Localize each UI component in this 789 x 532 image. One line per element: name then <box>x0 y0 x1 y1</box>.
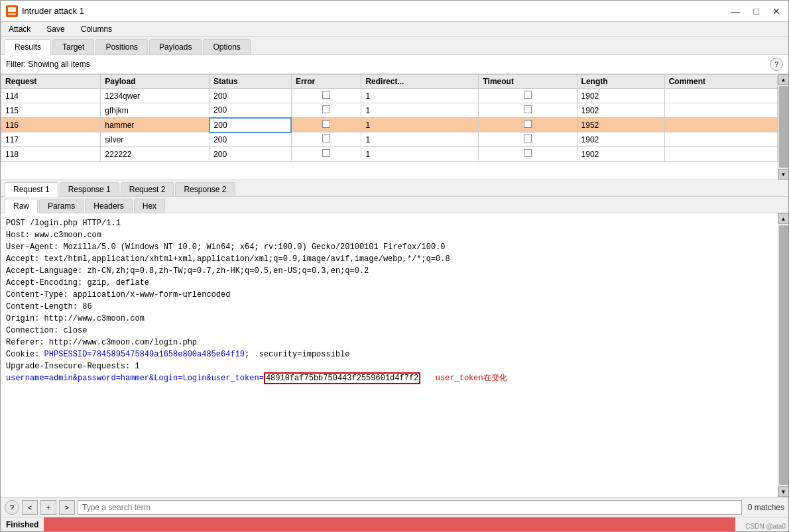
minimize-button[interactable]: — <box>729 6 743 17</box>
matches-label: 0 matches <box>745 503 784 512</box>
request-line: Referer: http://www.c3moon.com/login.php <box>6 337 772 348</box>
tab-payloads[interactable]: Payloads <box>149 39 202 54</box>
request-line: username=admin&password=hammer&Login=Log… <box>6 372 772 384</box>
request-line: Content-Length: 86 <box>6 301 772 313</box>
body-scroll-up[interactable]: ▲ <box>778 213 789 224</box>
svg-rect-2 <box>8 13 16 15</box>
help-button[interactable]: ? <box>770 58 783 71</box>
table-row[interactable]: 1141234qwer20011902 <box>1 89 778 103</box>
table-row[interactable]: 115gfhjkm20011902 <box>1 103 778 118</box>
table-row[interactable]: 116hammer20011952 <box>1 118 778 133</box>
request-line: Accept-Encoding: gzip, deflate <box>6 277 772 289</box>
tab-response1[interactable]: Response 1 <box>60 182 119 196</box>
search-input[interactable] <box>78 500 742 515</box>
maximize-button[interactable]: □ <box>751 6 762 17</box>
tab-raw[interactable]: Raw <box>5 199 38 213</box>
col-redirect: Redirect... <box>361 75 479 89</box>
scroll-up[interactable]: ▲ <box>778 74 789 85</box>
status-label: Finished <box>1 520 44 529</box>
tab-hex[interactable]: Hex <box>134 199 165 213</box>
request-line: Accept-Language: zh-CN,zh;q=0.8,zh-TW;q=… <box>6 265 772 277</box>
window-title: Intruder attack 1 <box>22 6 84 16</box>
request-line: Content-Type: application/x-www-form-url… <box>6 289 772 301</box>
table-row[interactable]: 11822222220011902 <box>1 147 778 162</box>
menu-attack[interactable]: Attack <box>6 24 33 34</box>
nav-next-button[interactable]: > <box>59 500 75 515</box>
col-status: Status <box>210 75 292 89</box>
col-payload: Payload <box>101 75 210 89</box>
request-line: Host: www.c3moon.com <box>6 229 772 241</box>
col-comment: Comment <box>664 75 777 89</box>
col-error: Error <box>291 75 361 89</box>
app-icon <box>6 5 18 17</box>
request-line: Cookie: PHPSESSID=7845895475849a1658e800… <box>6 348 772 360</box>
request-line: Origin: http://www.c3moon.com <box>6 313 772 325</box>
menu-columns[interactable]: Columns <box>78 24 115 34</box>
scroll-thumb[interactable] <box>779 86 788 168</box>
table-row[interactable]: 117silver20011902 <box>1 133 778 147</box>
tab-results[interactable]: Results <box>5 39 51 55</box>
request-line: Connection: close <box>6 325 772 337</box>
watermark: CSDN @ata0 <box>745 523 786 530</box>
request-line: POST /login.php HTTP/1.1 <box>6 217 772 229</box>
scroll-down[interactable]: ▼ <box>778 169 789 180</box>
request-line: Accept: text/html,application/xhtml+xml,… <box>6 253 772 265</box>
body-scroll-thumb[interactable] <box>779 225 788 485</box>
request-line: User-Agent: Mozilla/5.0 (Windows NT 10.0… <box>6 241 772 253</box>
filter-text: Filter: Showing all items <box>6 60 90 69</box>
col-request: Request <box>1 75 101 89</box>
tab-response2[interactable]: Response 2 <box>175 182 235 196</box>
tab-request2[interactable]: Request 2 <box>121 182 174 196</box>
body-scroll-down[interactable]: ▼ <box>778 486 789 497</box>
tab-headers[interactable]: Headers <box>85 199 132 213</box>
nav-prev-button[interactable]: < <box>22 500 38 515</box>
tab-positions[interactable]: Positions <box>95 39 148 54</box>
col-timeout: Timeout <box>479 75 577 89</box>
nav-plus-button[interactable]: + <box>40 500 56 515</box>
close-button[interactable]: ✕ <box>770 6 783 17</box>
tab-request1[interactable]: Request 1 <box>5 182 58 197</box>
tab-options[interactable]: Options <box>203 39 250 54</box>
status-progress <box>44 517 735 531</box>
svg-rect-1 <box>8 7 16 12</box>
col-length: Length <box>577 75 664 89</box>
tab-target[interactable]: Target <box>52 39 94 54</box>
tab-params[interactable]: Params <box>39 199 84 213</box>
menu-save[interactable]: Save <box>44 24 67 34</box>
request-line: Upgrade-Insecure-Requests: 1 <box>6 360 772 372</box>
help-circle-button[interactable]: ? <box>5 500 19 515</box>
